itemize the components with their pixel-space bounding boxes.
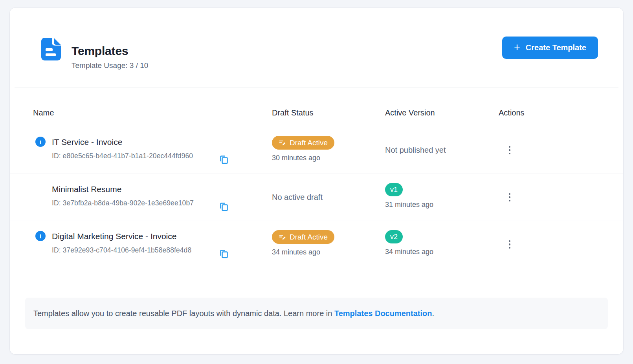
template-usage-counter: Template Usage: 3 / 10 bbox=[72, 61, 148, 70]
copy-id-icon[interactable] bbox=[218, 248, 230, 260]
table-header-row: Name Draft Status Active Version Actions bbox=[10, 88, 623, 127]
plus-icon: + bbox=[514, 42, 520, 53]
template-name: Minimalist Resume bbox=[52, 185, 272, 194]
card-header: Templates Template Usage: 3 / 10 + Creat… bbox=[10, 8, 623, 88]
template-name: Digital Marketing Service - Invoice bbox=[52, 232, 272, 241]
draft-badge-label: Draft Active bbox=[290, 233, 328, 241]
template-id: ID: 3e7bfb2a-b8da-49ba-902e-1e3e69ee10b7 bbox=[52, 199, 272, 207]
draft-edit-icon bbox=[279, 233, 286, 241]
name-cell: i IT Service - Invoice ID: e80e5c65-b4ed… bbox=[33, 127, 272, 174]
table-row: i IT Service - Invoice ID: e80e5c65-b4ed… bbox=[10, 127, 623, 174]
draft-active-badge: Draft Active bbox=[272, 230, 334, 244]
info-banner-text: Templates allow you to create reusable P… bbox=[33, 309, 434, 318]
actions-cell bbox=[499, 174, 607, 221]
active-version-cell: Not published yet bbox=[385, 127, 499, 174]
templates-table: Name Draft Status Active Version Actions… bbox=[10, 88, 623, 268]
actions-cell bbox=[499, 221, 607, 268]
draft-status-cell: Draft Active 30 minutes ago bbox=[272, 127, 385, 174]
active-version-cell: v1 31 minutes ago bbox=[385, 174, 499, 221]
info-icon[interactable]: i bbox=[35, 231, 46, 241]
column-header-draft-status: Draft Status bbox=[272, 108, 385, 117]
name-cell: i Digital Marketing Service - Invoice ID… bbox=[33, 221, 272, 268]
draft-timestamp: 34 minutes ago bbox=[272, 248, 385, 256]
version-timestamp: 31 minutes ago bbox=[385, 201, 499, 209]
draft-edit-icon bbox=[279, 139, 286, 146]
draft-active-badge: Draft Active bbox=[272, 136, 334, 150]
info-icon[interactable]: i bbox=[35, 137, 46, 147]
copy-id-icon[interactable] bbox=[218, 201, 230, 212]
no-active-draft-label: No active draft bbox=[272, 193, 323, 202]
document-icon bbox=[41, 38, 61, 60]
row-actions-menu-icon[interactable] bbox=[502, 189, 517, 206]
templates-documentation-link[interactable]: Templates Documentation bbox=[334, 309, 432, 318]
create-template-button[interactable]: + Create Template bbox=[502, 37, 598, 59]
templates-card: Templates Template Usage: 3 / 10 + Creat… bbox=[10, 8, 623, 354]
title-block: Templates Template Usage: 3 / 10 bbox=[72, 44, 148, 70]
version-badge: v2 bbox=[385, 230, 403, 243]
table-row: i Digital Marketing Service - Invoice ID… bbox=[10, 221, 623, 268]
version-badge: v1 bbox=[385, 183, 403, 196]
row-actions-menu-icon[interactable] bbox=[502, 236, 517, 253]
create-template-label: Create Template bbox=[526, 43, 586, 52]
copy-id-icon[interactable] bbox=[218, 154, 230, 165]
template-name: IT Service - Invoice bbox=[52, 137, 272, 147]
row-actions-menu-icon[interactable] bbox=[502, 142, 517, 159]
actions-cell bbox=[499, 127, 607, 174]
page-title: Templates bbox=[72, 44, 148, 58]
not-published-label: Not published yet bbox=[385, 146, 446, 155]
template-id: ID: e80e5c65-b4ed-41b7-b1a1-20ec444fd960 bbox=[52, 152, 272, 160]
column-header-name: Name bbox=[33, 108, 272, 117]
templates-info-banner: Templates allow you to create reusable P… bbox=[25, 298, 608, 329]
active-version-cell: v2 34 minutes ago bbox=[385, 221, 499, 268]
table-row: Minimalist Resume ID: 3e7bfb2a-b8da-49ba… bbox=[10, 174, 623, 221]
column-header-active-version: Active Version bbox=[385, 108, 499, 117]
draft-status-cell: Draft Active 34 minutes ago bbox=[272, 221, 385, 268]
draft-timestamp: 30 minutes ago bbox=[272, 154, 385, 162]
draft-status-cell: No active draft bbox=[272, 174, 385, 221]
column-header-actions: Actions bbox=[499, 108, 607, 117]
template-id: ID: 37e92e93-c704-4106-9ef4-1b58e88fe4d8 bbox=[52, 246, 272, 254]
draft-badge-label: Draft Active bbox=[290, 139, 328, 147]
name-cell: Minimalist Resume ID: 3e7bfb2a-b8da-49ba… bbox=[33, 174, 272, 221]
version-timestamp: 34 minutes ago bbox=[385, 248, 499, 256]
